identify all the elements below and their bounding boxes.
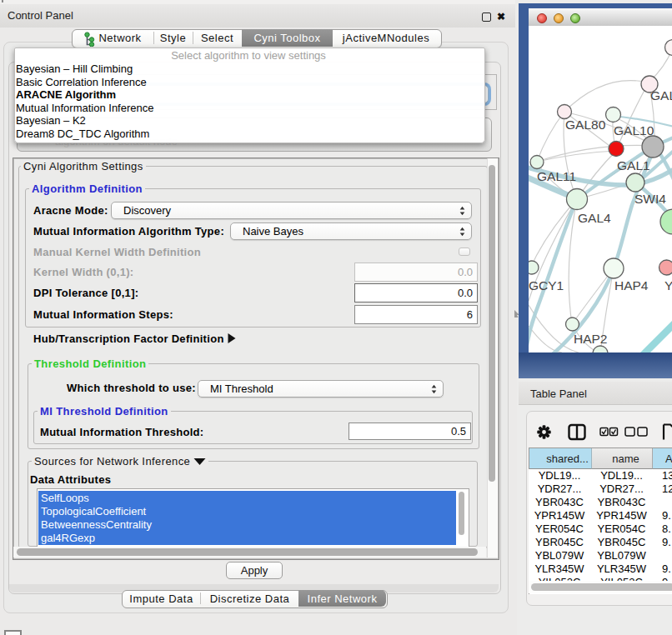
svg-text:Y: Y	[664, 278, 672, 292]
svg-text:GAL11: GAL11	[537, 169, 576, 183]
svg-text:HAP2: HAP2	[574, 332, 608, 346]
svg-text:GAL4: GAL4	[578, 211, 611, 225]
svg-text:GAL1: GAL1	[617, 158, 650, 172]
svg-text:GAL80: GAL80	[565, 118, 606, 132]
svg-text:HAP4: HAP4	[614, 278, 649, 292]
svg-text:GAL7: GAL7	[650, 88, 672, 102]
svg-text:GAL10: GAL10	[614, 123, 654, 138]
svg-text:GCY1: GCY1	[529, 278, 564, 292]
svg-text:SWI4: SWI4	[634, 192, 666, 206]
